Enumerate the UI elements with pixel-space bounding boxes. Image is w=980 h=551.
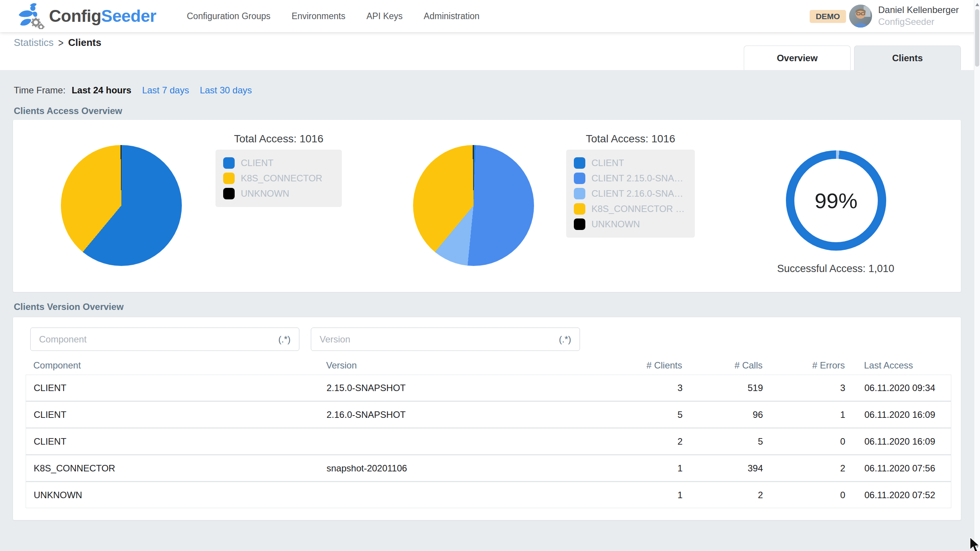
legend-swatch [574, 188, 585, 199]
donut-hole: 99% [794, 159, 878, 242]
regex-hint: (.*) [278, 334, 291, 345]
chevron-right-icon: > [58, 36, 64, 49]
version-filter-input[interactable] [311, 328, 580, 350]
scrollbar-thumb[interactable] [975, 9, 979, 67]
legend-item[interactable]: UNKNOWN [223, 188, 334, 199]
component-filter: (.*) [30, 328, 299, 351]
table-row: UNKNOWN 1 2 0 06.11.2020 07:52 [26, 482, 951, 508]
vertical-scrollbar[interactable] [974, 0, 980, 551]
tab-overview[interactable]: Overview [744, 46, 851, 70]
table-body: CLIENT 2.15.0-SNAPSHOT 3 519 3 06.11.202… [26, 375, 951, 508]
user-menu[interactable]: Daniel Kellenberger ConfigSeeder [878, 4, 959, 28]
legend-item[interactable]: K8S_CONNECTOR [223, 173, 334, 184]
legend-swatch [223, 157, 235, 169]
successful-access-caption: Successful Access: 1,010 [728, 263, 943, 275]
demo-badge: DEMO [810, 10, 846, 23]
legend-swatch [574, 203, 585, 215]
pie1-title: Total Access: 1016 [216, 133, 342, 145]
table-row: K8S_CONNECTOR snapshot-20201106 1 394 2 … [26, 455, 951, 481]
table-row: CLIENT 2.15.0-SNAPSHOT 3 519 3 06.11.202… [26, 375, 951, 401]
nav-administration[interactable]: Administration [424, 11, 480, 21]
scroll-up-icon[interactable] [975, 3, 979, 6]
tab-clients[interactable]: Clients [854, 46, 961, 70]
column-component: Component [26, 360, 318, 371]
column-errors: # Errors [770, 360, 853, 371]
legend-item[interactable]: CLIENT [223, 157, 334, 169]
legend-item[interactable]: CLIENT [574, 157, 687, 169]
app-root: ConfigSeeder Configuration Groups Enviro… [0, 0, 980, 551]
clients-access-overview-card: Total Access: 1016 CLIENT K8S_CONNECTOR … [13, 119, 961, 292]
nav-environments[interactable]: Environments [292, 11, 346, 21]
time-frame-selector: Time Frame: Last 24 hours Last 7 days La… [14, 85, 252, 96]
legend-swatch [574, 157, 585, 169]
success-rate-percent: 99% [815, 188, 858, 213]
logo-text: ConfigSeeder [49, 7, 156, 26]
column-version: Version [318, 360, 579, 371]
breadcrumb-statistics[interactable]: Statistics [14, 37, 54, 49]
time-frame-label: Time Frame: [14, 85, 65, 96]
main-nav: Configuration Groups Environments API Ke… [187, 0, 480, 32]
pie2-title: Total Access: 1016 [566, 133, 695, 145]
user-avatar[interactable] [849, 5, 872, 28]
version-filter: (.*) [311, 328, 580, 351]
gear-icon [31, 18, 44, 29]
user-name: Daniel Kellenberger [878, 4, 959, 16]
column-calls: # Calls [690, 360, 770, 371]
breadcrumb-clients: Clients [68, 37, 101, 49]
table-row: CLIENT 2.16.0-SNAPSHOT 5 96 1 06.11.2020… [26, 402, 951, 427]
nav-api-keys[interactable]: API Keys [366, 11, 403, 21]
regex-hint: (.*) [559, 334, 571, 345]
legend-swatch [574, 173, 585, 184]
legend-swatch [574, 218, 585, 230]
app-bar: ConfigSeeder Configuration Groups Enviro… [0, 0, 980, 32]
section-title-access-overview: Clients Access Overview [14, 106, 122, 116]
legend-swatch [223, 173, 235, 184]
table-row: CLIENT 2 5 0 06.11.2020 16:09 [26, 429, 951, 454]
mouse-cursor-icon [969, 537, 980, 551]
table-header: Component Version # Clients # Calls # Er… [26, 357, 951, 374]
success-rate-donut-chart: 99% [786, 150, 886, 251]
column-clients: # Clients [579, 360, 690, 371]
nav-configuration-groups[interactable]: Configuration Groups [187, 11, 271, 21]
time-frame-last-30-days[interactable]: Last 30 days [200, 85, 252, 96]
time-frame-last-7-days[interactable]: Last 7 days [142, 85, 189, 96]
time-frame-last-24-hours: Last 24 hours [72, 85, 131, 96]
breadcrumb: Statistics > Clients [14, 37, 101, 49]
column-last-access: Last Access [853, 360, 951, 371]
user-organization: ConfigSeeder [878, 16, 959, 28]
pie2-legend: CLIENT CLIENT 2.15.0-SNAPSHOT CLIENT 2.1… [566, 150, 695, 238]
legend-item[interactable]: CLIENT 2.15.0-SNAPSHOT [574, 173, 687, 184]
pie1-legend: CLIENT K8S_CONNECTOR UNKNOWN [216, 150, 342, 207]
avatar-photo [849, 5, 872, 28]
component-filter-input[interactable] [31, 328, 299, 350]
configseeder-logo-icon [15, 3, 46, 29]
legend-swatch [223, 188, 235, 199]
access-by-component-pie-chart [61, 145, 182, 266]
section-title-version-overview: Clients Version Overview [14, 302, 124, 312]
access-by-version-pie-chart [413, 145, 534, 266]
clients-version-overview-card: (.*) (.*) Component Version # Clients # … [13, 317, 961, 520]
logo[interactable]: ConfigSeeder [15, 3, 156, 29]
legend-item[interactable]: CLIENT 2.16.0-SNAPSHOT [574, 188, 687, 199]
legend-item[interactable]: K8S_CONNECTOR snapsho… [574, 203, 687, 215]
legend-item[interactable]: UNKNOWN [574, 218, 687, 230]
